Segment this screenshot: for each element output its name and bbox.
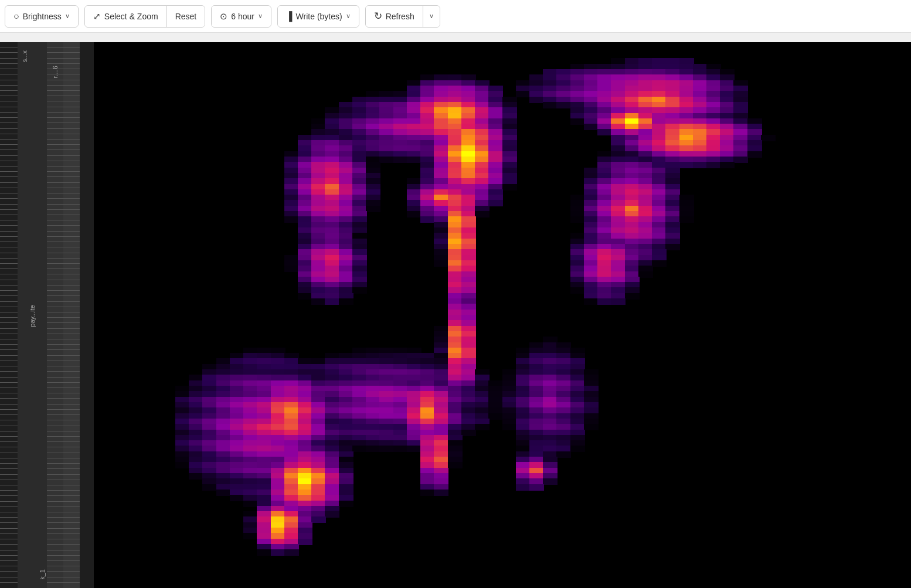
tick-d-86: [63, 507, 80, 507]
tick-c-82: [47, 485, 63, 485]
tick-d-94: [63, 550, 80, 550]
metric-group: ▐ Write (bytes) ∨: [277, 5, 359, 28]
tick-d-14: [63, 117, 80, 118]
tick-c-66: [47, 398, 63, 399]
tick-c-40: [47, 258, 63, 259]
tick-c-93: [47, 544, 63, 545]
tick-d-19: [63, 144, 80, 145]
tick-d-84: [63, 495, 80, 496]
tick-a-82: [0, 485, 18, 485]
heatmap-container[interactable]: [94, 42, 911, 588]
tick-d-34: [63, 225, 80, 226]
refresh-group: ↻ Refresh ∨: [365, 5, 440, 28]
brightness-icon: ○: [13, 11, 19, 22]
tick-a-22: [0, 161, 18, 161]
tick-c-15: [47, 123, 63, 123]
tick-col-a: [0, 42, 18, 588]
sidebar-label-top: s...x: [21, 50, 28, 62]
tick-c-14: [47, 117, 63, 118]
tick-a-42: [0, 268, 18, 269]
tick-c-84: [47, 495, 63, 496]
tick-c-85: [47, 501, 63, 502]
tick-a-8: [0, 85, 18, 86]
tick-a-5: [0, 69, 18, 69]
tick-d-59: [63, 361, 80, 361]
tick-a-95: [0, 555, 18, 556]
tick-a-63: [0, 382, 18, 383]
tick-a-12: [0, 107, 18, 107]
time-button[interactable]: ⊙ 6 hour ∨: [212, 5, 271, 28]
tick-c-70: [47, 420, 63, 420]
tick-a-21: [0, 155, 18, 156]
metric-button[interactable]: ▐ Write (bytes) ∨: [278, 5, 359, 28]
brightness-button[interactable]: ○ Brightness ∨: [5, 5, 78, 28]
tick-a-11: [0, 101, 18, 101]
tick-a-100: [0, 582, 18, 583]
tick-c-41: [47, 263, 63, 264]
time-label: 6 hour: [231, 12, 254, 21]
tick-a-17: [0, 134, 18, 134]
chart-icon: ▐: [286, 11, 293, 21]
tick-a-26: [0, 182, 18, 183]
tick-c-30: [47, 204, 63, 205]
tick-a-32: [0, 215, 18, 215]
tick-a-14: [0, 117, 18, 118]
tick-c-89: [47, 522, 63, 523]
tick-a-31: [0, 209, 18, 210]
tick-c-31: [47, 209, 63, 210]
tick-d-92: [63, 539, 80, 539]
select-zoom-button[interactable]: ⤢ Select & Zoom: [85, 5, 166, 28]
tick-a-55: [0, 339, 18, 339]
tick-a-92: [0, 539, 18, 539]
tick-d-31: [63, 209, 80, 210]
tick-c-97: [47, 566, 63, 566]
tick-a-67: [0, 404, 18, 405]
tick-d-38: [63, 247, 80, 247]
tick-c-24: [47, 171, 63, 172]
tick-a-48: [0, 301, 18, 302]
sidebar-label-r: r....6: [52, 66, 59, 78]
tick-d-47: [63, 295, 80, 296]
brightness-group: ○ Brightness ∨: [5, 5, 79, 28]
tick-d-77: [63, 458, 80, 458]
tick-c-59: [47, 361, 63, 361]
tick-d-99: [63, 577, 80, 577]
tick-c-58: [47, 355, 63, 356]
sidebar-label-k: k_1: [39, 569, 46, 580]
tick-col-c: [47, 42, 63, 588]
reset-button[interactable]: Reset: [167, 5, 205, 28]
tick-a-64: [0, 388, 18, 388]
tick-c-87: [47, 512, 63, 512]
tick-c-28: [47, 193, 63, 193]
tick-d-75: [63, 447, 80, 447]
main-content: s...x pay...ite k_1 r....6: [0, 42, 911, 588]
tick-c-53: [47, 328, 63, 329]
tick-a-54: [0, 334, 18, 334]
tick-c-1: [47, 47, 63, 47]
tick-d-7: [63, 80, 80, 80]
tick-c-78: [47, 463, 63, 464]
tick-c-63: [47, 382, 63, 383]
tick-c-35: [47, 231, 63, 232]
tick-d-85: [63, 501, 80, 502]
refresh-button[interactable]: ↻ Refresh: [366, 5, 423, 28]
tick-c-2: [47, 52, 63, 53]
tick-d-6: [63, 74, 80, 74]
tick-a-80: [0, 474, 18, 475]
tick-a-46: [0, 290, 18, 291]
tick-d-57: [63, 349, 80, 350]
tick-d-49: [63, 307, 80, 307]
tick-a-16: [0, 128, 18, 129]
tick-d-80: [63, 474, 80, 475]
tick-a-71: [0, 426, 18, 426]
tick-c-67: [47, 404, 63, 405]
tick-c-71: [47, 426, 63, 426]
tick-d-33: [63, 220, 80, 220]
sidebar-col-c: r....6: [47, 42, 63, 588]
tick-a-93: [0, 544, 18, 545]
refresh-chevron-button[interactable]: ∨: [423, 5, 440, 28]
tick-a-83: [0, 490, 18, 491]
tick-c-32: [47, 215, 63, 215]
tick-a-36: [0, 236, 18, 237]
tick-d-3: [63, 58, 80, 59]
